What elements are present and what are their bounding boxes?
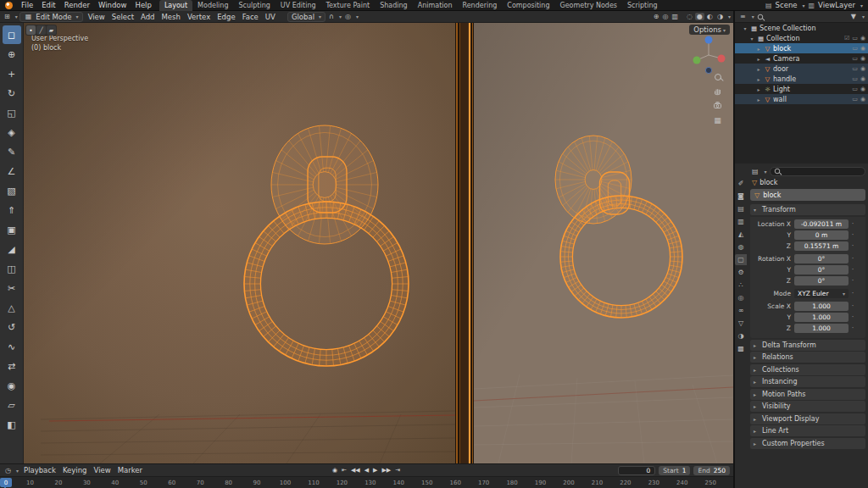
editor-type-icon[interactable]: ⊞ — [3, 13, 12, 20]
disclosure-arrow[interactable]: ▸ — [755, 66, 762, 72]
viewport-menu[interactable]: Face — [239, 13, 262, 21]
breadcrumb-object[interactable]: block — [760, 179, 777, 186]
tool-button[interactable]: + — [3, 64, 21, 83]
tool-button[interactable]: ⊕ — [3, 45, 21, 64]
outliner-item[interactable]: ▸ ◄ Camera ▭ ◉ — [735, 53, 868, 64]
tool-button[interactable]: ◻ — [3, 25, 21, 44]
value-field[interactable]: 0° — [794, 254, 849, 263]
hide-viewport-icon[interactable]: ▭ — [852, 65, 858, 72]
decorator-dot-icon[interactable] — [849, 242, 857, 250]
tool-button[interactable]: ∿ — [3, 337, 21, 356]
properties-tab[interactable]: ▥ — [735, 216, 747, 227]
disclosure-arrow[interactable]: ▸ — [755, 86, 762, 92]
workspace-tab[interactable]: Geometry Nodes — [555, 0, 622, 11]
transport-button[interactable]: ▶▶ — [381, 467, 391, 474]
properties-search-input[interactable] — [770, 167, 865, 176]
transform-panel-header[interactable]: ▾ Transform — [750, 204, 865, 215]
collapsed-panel-header[interactable]: ▸ Custom Properties — [750, 438, 865, 449]
timeline-ruler[interactable]: 0102030405060708090100110120130140150160… — [0, 476, 733, 488]
select-mode-button[interactable]: ╱ — [36, 25, 46, 35]
disable-render-icon[interactable]: ◉ — [860, 35, 865, 42]
hide-viewport-icon[interactable]: ▭ — [852, 55, 858, 62]
hide-viewport-icon[interactable]: ▭ — [852, 35, 858, 42]
value-field[interactable]: XYZ Euler — [794, 289, 849, 298]
workspace-tab[interactable]: Layout — [159, 0, 192, 11]
value-field[interactable]: 0° — [794, 265, 849, 274]
properties-tab[interactable]: ◎ — [735, 292, 747, 303]
timeline-menu[interactable]: Keying — [59, 466, 91, 474]
viewport-menu[interactable]: Vertex — [184, 13, 214, 21]
decorator-dot-icon[interactable] — [849, 324, 857, 332]
disable-render-icon[interactable]: ◉ — [860, 55, 865, 62]
outliner-item[interactable]: ▸ ▽ handle ▭ ◉ — [735, 74, 868, 84]
axis-z-neg-handle[interactable] — [705, 67, 711, 73]
tool-button[interactable]: △ — [3, 298, 21, 317]
filter-icon[interactable]: ▼ — [849, 13, 858, 20]
tool-button[interactable]: ▣ — [3, 220, 21, 239]
collapsed-panel-header[interactable]: ▸ Instancing — [750, 376, 865, 387]
outliner-collection[interactable]: ▾ ▦ Collection ☑ ▭ ◉ — [735, 33, 868, 43]
tool-button[interactable]: ◫ — [3, 259, 21, 278]
disclosure-arrow[interactable]: ▸ — [755, 46, 762, 52]
disclosure-arrow[interactable]: ▸ — [755, 97, 762, 103]
workspace-tab[interactable]: Modeling — [192, 0, 233, 11]
editor-type-icon[interactable]: ▤ — [750, 168, 760, 175]
disable-render-icon[interactable]: ◉ — [860, 45, 865, 52]
orientation-selector[interactable]: Global ▾ — [287, 12, 326, 22]
workspace-tab[interactable]: Animation — [413, 0, 458, 11]
shading-mode-icon[interactable]: ● — [695, 13, 704, 20]
workspace-tab[interactable]: Sculpting — [233, 0, 275, 11]
viewport-toggle-icon[interactable]: ◎ — [661, 13, 670, 20]
properties-tab[interactable]: ▩ — [735, 343, 747, 354]
properties-tab[interactable]: ▽ — [735, 318, 747, 329]
properties-tab[interactable]: ◍ — [735, 241, 747, 252]
decorator-dot-icon[interactable] — [849, 290, 857, 297]
camera-view-icon[interactable] — [712, 101, 723, 110]
tool-button[interactable]: ⇑ — [3, 201, 21, 219]
select-mode-button[interactable]: ∙ — [26, 25, 36, 35]
viewport-menu[interactable]: Add — [137, 13, 158, 21]
value-field[interactable]: 0° — [794, 276, 849, 286]
viewport-menu[interactable]: Edge — [214, 13, 238, 21]
viewport-menu[interactable]: UV — [262, 13, 279, 21]
disclosure-arrow[interactable]: ▾ — [748, 36, 755, 42]
properties-tab[interactable]: ▢ — [735, 254, 747, 265]
outliner-item[interactable]: ▸ ▽ door ▭ ◉ — [735, 64, 868, 74]
axis-x-handle[interactable] — [718, 55, 726, 63]
transport-button[interactable]: ⇤ — [342, 467, 347, 474]
outliner-item[interactable]: ▸ ☼ Light ▭ ◉ — [735, 84, 868, 94]
blender-logo-icon[interactable] — [5, 2, 13, 9]
frame-start-field[interactable]: Start1 — [659, 466, 690, 475]
axis-y-handle[interactable] — [693, 57, 701, 64]
disable-render-icon[interactable]: ◉ — [860, 65, 865, 72]
viewport-menu[interactable]: Select — [108, 13, 137, 21]
editor-type-icon[interactable]: ≡ — [738, 13, 748, 20]
disclosure-arrow[interactable]: ▸ — [755, 56, 762, 62]
shading-mode-icon[interactable]: ◑ — [715, 13, 725, 20]
decorator-dot-icon[interactable] — [849, 220, 857, 228]
collapsed-panel-header[interactable]: ▸ Visibility — [750, 401, 865, 412]
transport-button[interactable]: ◀◀ — [351, 467, 360, 474]
viewport-canvas[interactable]: User Perspective (0) block ∙╱▰ Options ▾… — [24, 23, 733, 463]
topbar-menu[interactable]: Help — [131, 1, 155, 9]
decorator-dot-icon[interactable] — [849, 255, 857, 263]
mode-selector[interactable]: ▦ Edit Mode ▾ — [19, 12, 83, 22]
hide-viewport-icon[interactable]: ▭ — [852, 75, 858, 82]
workspace-tab[interactable]: Texture Paint — [321, 0, 376, 11]
properties-tab[interactable]: ◑ — [735, 330, 747, 341]
collapsed-panel-header[interactable]: ▸ Viewport Display — [750, 413, 865, 424]
value-field[interactable]: 1.000 — [794, 324, 849, 333]
collapsed-panel-header[interactable]: ▸ Delta Transform — [750, 340, 865, 351]
editor-type-icon[interactable]: ◷ — [3, 467, 13, 474]
outliner-item[interactable]: ▸ ▽ wall ▭ ◉ — [735, 94, 868, 104]
workspace-tab[interactable]: UV Editing — [275, 0, 321, 11]
decorator-dot-icon[interactable] — [849, 313, 857, 321]
transport-button[interactable]: ◉ — [332, 467, 337, 474]
object-name-field[interactable]: ▽ block — [750, 189, 865, 201]
outliner-scene-collection[interactable]: ▾ ▦ Scene Collection — [735, 23, 868, 33]
topbar-menu[interactable]: Window — [94, 1, 131, 9]
viewport-toggle-icon[interactable]: ▥ — [670, 13, 680, 20]
tool-button[interactable]: ◧ — [3, 415, 21, 434]
topbar-menu[interactable]: File — [17, 1, 37, 9]
toggle-grid-icon[interactable]: ▦ — [712, 115, 723, 125]
